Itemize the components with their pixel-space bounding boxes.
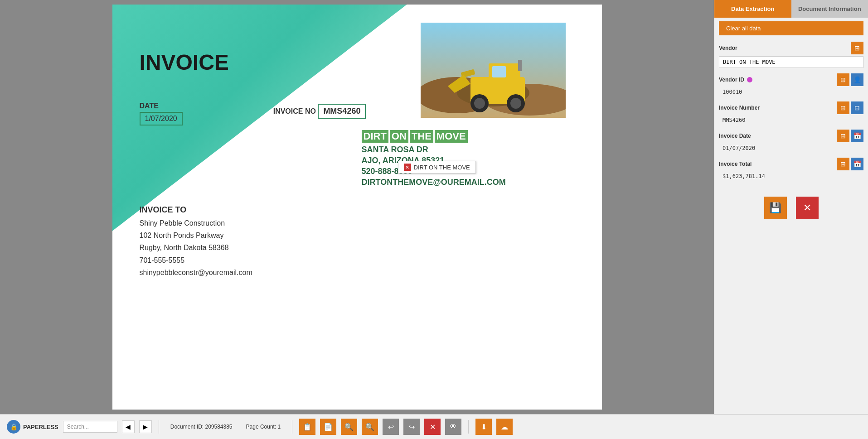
document-viewer: INVOICE DATE 1/07/2020 INVOICE NO MMS426… [0, 0, 714, 414]
vendor-id-grid-button[interactable]: ⊞ [837, 73, 849, 86]
invoice-total-field-section: Invoice Total ⊞ 📅 $1,623,781.14 [714, 155, 868, 183]
invoice-to-label: INVOICE TO [140, 205, 575, 215]
invoice-date-field-section: Invoice Date ⊞ 📅 01/07/2020 [714, 127, 868, 155]
tab-document-information[interactable]: Document Information [791, 0, 868, 18]
invoice-number-value: MMS4260 [719, 116, 863, 124]
vendor-id-row: Vendor ID [719, 77, 752, 83]
page-count-text: Page Count: 1 [246, 424, 281, 430]
invoice-date-value: 01/07/2020 [719, 144, 863, 152]
word-on: ON [390, 130, 408, 143]
vendor-field-section: Vendor ⊞ [714, 39, 868, 71]
invoice-total-calendar-button[interactable]: 📅 [851, 158, 863, 170]
svg-point-12 [510, 98, 521, 109]
vendor-id-field-section: Vendor ID ⊞ 👤 100010 [714, 71, 868, 99]
toolbar-divider [159, 420, 159, 434]
zoom-out-button[interactable]: 🔍 [341, 419, 357, 435]
vendor-grid-button[interactable]: ⊞ [851, 42, 863, 54]
client-city: Rugby, North Dakota 58368 [140, 241, 575, 254]
invoice-number-grid-button[interactable]: ⊞ [837, 101, 849, 114]
next-page-button[interactable]: ▶ [139, 420, 152, 433]
cancel-button[interactable]: ✕ [796, 197, 819, 219]
client-name: Shiny Pebble Construction [140, 217, 575, 229]
invoice-date-calendar-button[interactable]: 📅 [851, 130, 863, 142]
vendor-address-text: SANTA ROSA DR [362, 145, 428, 154]
vendor-address: SANTA ROSA DR [362, 145, 575, 154]
redo-button[interactable]: ↪ [403, 419, 420, 435]
panel-tabs: Data Extraction Document Information [714, 0, 868, 18]
paperless-logo: 🔒 PAPERLESS [7, 420, 58, 434]
invoice-total-grid-button[interactable]: ⊞ [837, 158, 849, 170]
vendor-id-person-button[interactable]: 👤 [851, 73, 863, 86]
tooltip-bubble: ✕ DIRT ON THE MOVE [398, 161, 476, 174]
vendor-id-label: Vendor ID ⊞ 👤 [719, 73, 863, 86]
toolbar-divider-3 [468, 420, 469, 434]
tab-data-extraction[interactable]: Data Extraction [714, 0, 791, 18]
vendor-name-highlighted: DIRT ON THE MOVE [362, 130, 575, 143]
invoice-to-section: INVOICE TO Shiny Pebble Construction 102… [140, 205, 575, 279]
client-email: shinypebbleconstr@youremail.com [140, 266, 575, 279]
view-button[interactable]: 👁 [445, 419, 461, 435]
page-tool-button[interactable]: 📄 [320, 419, 336, 435]
date-section: DATE 1/07/2020 [140, 102, 183, 125]
document-id-text: Document ID: 209584385 [170, 424, 233, 430]
vendor-email: DIRTONTHEMOVE@OUREMAIL.COM [362, 178, 575, 187]
prev-page-button[interactable]: ◀ [122, 420, 135, 433]
delete-button[interactable]: ✕ [424, 419, 441, 435]
search-input[interactable] [63, 421, 117, 433]
panel-actions: 💾 ✕ [714, 192, 868, 224]
invoice-date-label: Invoice Date ⊞ 📅 [719, 130, 863, 142]
invoice-total-label: Invoice Total ⊞ 📅 [719, 158, 863, 170]
undo-button[interactable]: ↩ [383, 419, 399, 435]
invoice-no-value: MMS4260 [318, 104, 366, 119]
zoom-in-button[interactable]: 🔍 [362, 419, 378, 435]
vendor-input-row [719, 56, 863, 68]
word-the: THE [410, 130, 433, 143]
vendor-input[interactable] [719, 56, 863, 68]
toolbar-divider-2 [292, 420, 292, 434]
upload-button[interactable]: ☁ [496, 419, 513, 435]
svg-rect-13 [518, 60, 522, 71]
client-details: Shiny Pebble Construction 102 North Pond… [140, 217, 575, 279]
svg-rect-6 [492, 66, 506, 77]
vendor-logo-area [421, 23, 566, 118]
invoice-total-value: $1,623,781.14 [719, 172, 863, 180]
vendor-id-value: 100010 [719, 88, 863, 96]
invoice-document: INVOICE DATE 1/07/2020 INVOICE NO MMS426… [112, 5, 602, 410]
right-panel: Data Extraction Document Information Cle… [714, 0, 868, 414]
client-address: 102 North Ponds Parkway [140, 229, 575, 241]
svg-point-10 [474, 98, 485, 109]
tooltip-close-button[interactable]: ✕ [404, 164, 411, 171]
vendor-name-area: DIRT ON THE MOVE SANTA ROSA DR AJO, ARIZ… [362, 130, 575, 187]
vendor-field-label: Vendor ⊞ [719, 42, 863, 54]
copy-tool-button[interactable]: 📋 [299, 419, 315, 435]
vendor-vehicle-image [421, 23, 566, 118]
invoice-number-label: Invoice Number ⊞ ⊟ [719, 101, 863, 114]
bottom-toolbar: 🔒 PAPERLESS ◀ ▶ Document ID: 209584385 P… [0, 414, 868, 439]
invoice-number-split-button[interactable]: ⊟ [851, 101, 863, 114]
date-label: DATE [140, 102, 183, 110]
invoice-number-field-section: Invoice Number ⊞ ⊟ MMS4260 [714, 99, 868, 127]
logo-icon: 🔒 [7, 420, 20, 434]
word-move: MOVE [435, 130, 468, 143]
clear-all-button[interactable]: Clear all data [719, 21, 863, 35]
logo-text: PAPERLESS [23, 424, 58, 430]
invoice-no-label: INVOICE NO [273, 107, 316, 115]
vendor-id-dot [747, 77, 752, 82]
download-button[interactable]: ⬇ [475, 419, 492, 435]
date-value: 1/07/2020 [140, 112, 183, 125]
invoice-date-grid-button[interactable]: ⊞ [837, 130, 849, 142]
invoice-no-section: INVOICE NO MMS4260 [273, 102, 366, 125]
tooltip-text: DIRT ON THE MOVE [414, 164, 470, 171]
save-button[interactable]: 💾 [764, 197, 787, 219]
client-phone: 701-555-5555 [140, 254, 575, 266]
word-dirt: DIRT [362, 130, 388, 143]
